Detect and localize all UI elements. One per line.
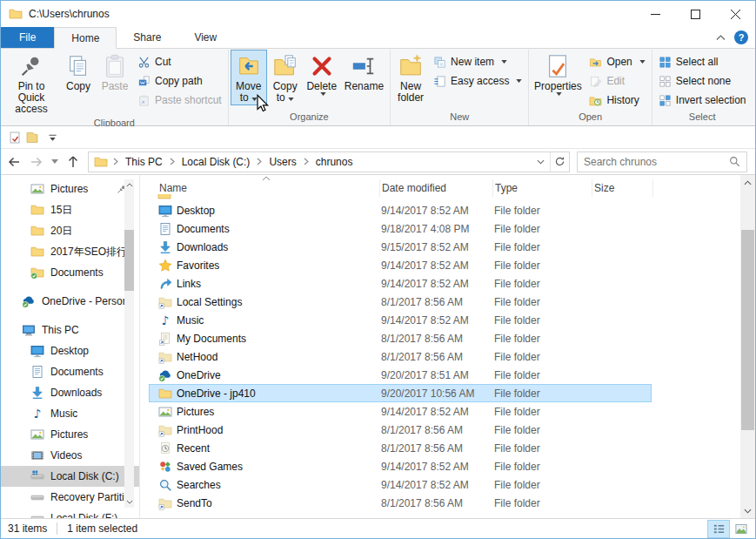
breadcrumb-separator-icon[interactable] [168, 152, 177, 172]
sidebar-item-15-[interactable]: 15日 [1, 199, 139, 220]
up-icon[interactable] [62, 152, 84, 172]
file-row-favorites[interactable]: Favorites9/14/2017 8:52 AMFile folder [149, 256, 652, 274]
history-button[interactable]: History [585, 91, 649, 110]
select-none-button[interactable]: Select none [654, 71, 751, 91]
copy-to-button[interactable]: Copy to [267, 50, 304, 105]
new-folder-qat-icon[interactable] [25, 131, 39, 145]
address-dropdown-icon[interactable] [531, 152, 550, 172]
pin-to-quick-access-button[interactable]: Pin to Quick access [3, 50, 60, 117]
file-row-local-settings[interactable]: Local Settings8/1/2017 8:56 AMFile folde… [149, 293, 652, 311]
column-header-date-modified[interactable]: Date modified [380, 179, 493, 197]
maximize-button[interactable] [675, 1, 715, 27]
file-row-nethood[interactable]: NetHood8/1/2017 8:56 AMFile folder [149, 347, 652, 366]
sidebar-item-documents[interactable]: Documents [1, 262, 139, 283]
sidebar-item-20-[interactable]: 20日 [1, 220, 139, 241]
new-folder-button[interactable]: New folder [392, 50, 429, 105]
refresh-icon[interactable] [550, 152, 569, 172]
delete-button[interactable]: Delete [304, 50, 340, 98]
sidebar-scrollbar[interactable] [124, 179, 134, 508]
tab-share[interactable]: Share [117, 27, 177, 48]
properties-small-icon[interactable] [8, 131, 22, 145]
sidebar-item-2017-seo-[interactable]: 2017年SEO排行榜 [1, 241, 139, 262]
details-view-button[interactable] [707, 520, 730, 538]
breadcrumb-item[interactable]: chrunos [311, 152, 358, 172]
rename-button[interactable]: Rename [340, 50, 388, 94]
customize-qat-icon[interactable] [48, 133, 57, 142]
tab-home[interactable]: Home [54, 27, 117, 49]
scroll-down-icon[interactable] [740, 503, 755, 518]
status-separator [57, 522, 57, 535]
sidebar-item-pictures[interactable]: Pictures [1, 179, 139, 199]
file-row-music[interactable]: ♪Music9/14/2017 8:52 AMFile folder [149, 311, 652, 329]
sidebar-item-videos[interactable]: Videos [1, 445, 139, 466]
open-button[interactable]: Open [585, 52, 649, 71]
move-to-button[interactable]: Move to [231, 50, 267, 105]
file-row-sendto[interactable]: SendTo8/1/2017 8:56 AMFile folder [149, 494, 652, 512]
file-type: File folder [494, 351, 593, 363]
column-header-size[interactable]: Size [592, 179, 653, 197]
file-type: File folder [494, 314, 593, 327]
address-bar[interactable]: This PCLocal Disk (C:)Userschrunos [88, 152, 570, 172]
sidebar-item-downloads[interactable]: Downloads [1, 382, 139, 403]
file-row-onedrive[interactable]: OneDrive9/20/2017 8:51 AMFile folder [149, 366, 652, 384]
easy-access-button[interactable]: Easy access [429, 71, 526, 91]
file-row-downloads[interactable]: Downloads9/15/2017 8:52 AMFile folder [149, 238, 652, 256]
help-icon[interactable]: ? [734, 30, 748, 44]
file-row-my-documents[interactable]: My Documents8/1/2017 8:56 AMFile folder [149, 329, 652, 347]
file-type: File folder [494, 223, 593, 235]
thumbnails-view-button[interactable] [730, 520, 753, 538]
select-all-button[interactable]: Select all [654, 52, 751, 71]
breadcrumb-item[interactable]: This PC [120, 152, 168, 172]
scrollbar-thumb[interactable] [124, 230, 134, 291]
properties-button[interactable]: Properties [531, 50, 585, 98]
tab-file[interactable]: File [1, 27, 54, 48]
file-row-saved-games[interactable]: Saved Games9/14/2017 8:52 AMFile folder [149, 457, 652, 475]
column-header-type[interactable]: Type [493, 179, 592, 197]
file-row-desktop[interactable]: Desktop9/14/2017 8:52 AMFile folder [149, 201, 652, 219]
sidebar-item-local-disk-c-[interactable]: Local Disk (C:) [1, 466, 139, 487]
sidebar-item-pictures[interactable]: Pictures [1, 424, 139, 445]
breadcrumb-item[interactable]: Local Disk (C:) [177, 152, 256, 172]
file-name: Music [177, 314, 204, 327]
close-button[interactable] [715, 1, 755, 27]
new-item-button[interactable]: New item [429, 52, 526, 71]
invert-selection-button[interactable]: Invert selection [654, 91, 751, 110]
file-row-pictures[interactable]: Pictures9/14/2017 8:52 AMFile folder [149, 402, 652, 421]
cut-button[interactable]: Cut [133, 52, 226, 71]
sidebar-item-this-pc[interactable]: This PC [1, 320, 139, 340]
scroll-up-icon[interactable] [124, 179, 134, 191]
breadcrumb-separator-icon[interactable] [255, 152, 264, 172]
sidebar-item-desktop[interactable]: Desktop [1, 340, 139, 361]
sidebar-item-local-disk-f-[interactable]: Local Disk (F:) [1, 508, 139, 518]
copy-path-button[interactable]: Copy path [133, 71, 226, 91]
collapse-ribbon-icon[interactable] [716, 35, 726, 41]
file-list-scrollbar[interactable] [740, 175, 755, 518]
breadcrumb-item[interactable]: Users [264, 152, 301, 172]
back-icon[interactable] [3, 152, 25, 172]
recent-locations-icon[interactable] [48, 152, 62, 172]
copy-button[interactable]: Copy [60, 50, 97, 94]
file-row-recent[interactable]: Recent8/1/2017 8:56 AMFile folder [149, 439, 652, 457]
sidebar-item-onedrive-personal[interactable]: OneDrive - Personal [1, 291, 139, 312]
column-header-name[interactable]: Name [157, 179, 380, 197]
sidebar-item-documents[interactable]: Documents [1, 361, 139, 382]
tab-view[interactable]: View [177, 27, 233, 48]
file-row-documents[interactable]: Documents9/18/2017 4:08 PMFile folder [149, 219, 652, 238]
search-box[interactable] [577, 152, 747, 172]
scrollbar-thumb[interactable] [741, 230, 754, 430]
search-icon[interactable] [729, 156, 740, 167]
breadcrumb-separator-icon[interactable] [111, 152, 120, 172]
breadcrumb-separator-icon[interactable] [302, 152, 311, 172]
file-row-printhood[interactable]: PrintHood8/1/2017 8:56 AMFile folder [149, 421, 652, 439]
ribbon-tab-row: File HomeShareView ? [1, 27, 755, 49]
search-input[interactable] [584, 156, 729, 168]
sidebar-item-music[interactable]: ♪Music [1, 403, 139, 424]
minimize-button[interactable] [635, 1, 675, 27]
file-row-searches[interactable]: Searches9/14/2017 8:52 AMFile folder [149, 475, 652, 494]
sidebar-item-label: Pictures [50, 428, 88, 441]
scroll-up-icon[interactable] [740, 175, 755, 190]
file-row-onedrive-jp410[interactable]: OneDrive - jp4109/20/2017 10:56 AMFile f… [149, 384, 652, 402]
scroll-down-icon[interactable] [124, 496, 134, 508]
file-row-links[interactable]: Links9/14/2017 8:52 AMFile folder [149, 274, 652, 293]
sidebar-item-recovery-partition[interactable]: Recovery Partition [1, 487, 139, 508]
